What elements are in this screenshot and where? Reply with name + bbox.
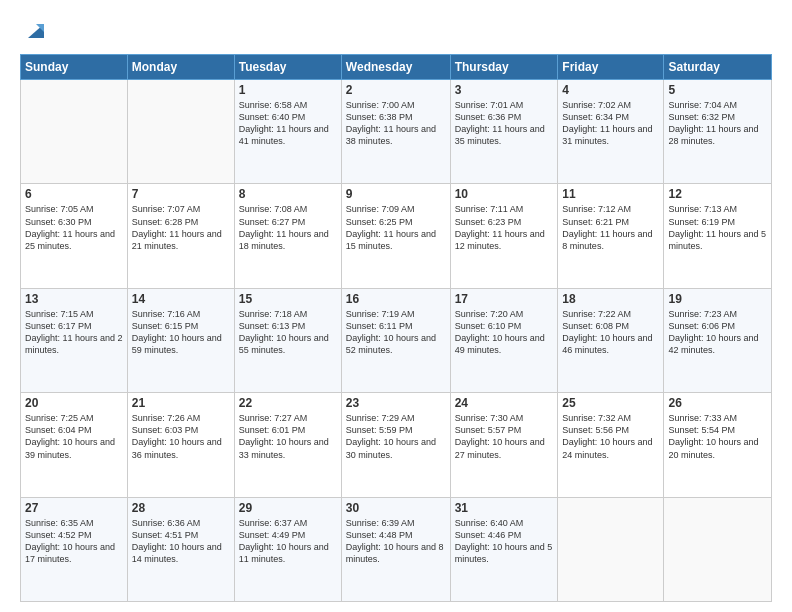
day-number: 17 [455, 292, 554, 306]
logo [20, 16, 50, 44]
weekday-header-sunday: Sunday [21, 55, 128, 80]
day-info: Sunrise: 6:40 AM Sunset: 4:46 PM Dayligh… [455, 517, 554, 566]
day-info: Sunrise: 7:04 AM Sunset: 6:32 PM Dayligh… [668, 99, 767, 148]
day-number: 19 [668, 292, 767, 306]
calendar-cell: 19Sunrise: 7:23 AM Sunset: 6:06 PM Dayli… [664, 288, 772, 392]
day-number: 29 [239, 501, 337, 515]
calendar-cell: 4Sunrise: 7:02 AM Sunset: 6:34 PM Daylig… [558, 80, 664, 184]
day-info: Sunrise: 7:15 AM Sunset: 6:17 PM Dayligh… [25, 308, 123, 357]
calendar-cell: 2Sunrise: 7:00 AM Sunset: 6:38 PM Daylig… [341, 80, 450, 184]
weekday-header-saturday: Saturday [664, 55, 772, 80]
calendar-cell [664, 497, 772, 601]
weekday-header-monday: Monday [127, 55, 234, 80]
day-info: Sunrise: 7:13 AM Sunset: 6:19 PM Dayligh… [668, 203, 767, 252]
logo-icon [22, 16, 50, 44]
calendar-cell: 6Sunrise: 7:05 AM Sunset: 6:30 PM Daylig… [21, 184, 128, 288]
day-number: 15 [239, 292, 337, 306]
day-info: Sunrise: 6:36 AM Sunset: 4:51 PM Dayligh… [132, 517, 230, 566]
day-number: 24 [455, 396, 554, 410]
day-number: 30 [346, 501, 446, 515]
calendar-cell: 3Sunrise: 7:01 AM Sunset: 6:36 PM Daylig… [450, 80, 558, 184]
day-info: Sunrise: 7:23 AM Sunset: 6:06 PM Dayligh… [668, 308, 767, 357]
day-number: 28 [132, 501, 230, 515]
calendar-cell: 20Sunrise: 7:25 AM Sunset: 6:04 PM Dayli… [21, 393, 128, 497]
day-number: 7 [132, 187, 230, 201]
day-number: 26 [668, 396, 767, 410]
calendar-cell: 26Sunrise: 7:33 AM Sunset: 5:54 PM Dayli… [664, 393, 772, 497]
day-number: 31 [455, 501, 554, 515]
day-info: Sunrise: 7:16 AM Sunset: 6:15 PM Dayligh… [132, 308, 230, 357]
day-info: Sunrise: 7:08 AM Sunset: 6:27 PM Dayligh… [239, 203, 337, 252]
day-number: 18 [562, 292, 659, 306]
calendar-cell: 28Sunrise: 6:36 AM Sunset: 4:51 PM Dayli… [127, 497, 234, 601]
day-info: Sunrise: 7:27 AM Sunset: 6:01 PM Dayligh… [239, 412, 337, 461]
day-number: 23 [346, 396, 446, 410]
day-number: 4 [562, 83, 659, 97]
week-row-1: 1Sunrise: 6:58 AM Sunset: 6:40 PM Daylig… [21, 80, 772, 184]
calendar-cell: 11Sunrise: 7:12 AM Sunset: 6:21 PM Dayli… [558, 184, 664, 288]
calendar-cell: 25Sunrise: 7:32 AM Sunset: 5:56 PM Dayli… [558, 393, 664, 497]
day-info: Sunrise: 6:35 AM Sunset: 4:52 PM Dayligh… [25, 517, 123, 566]
calendar-cell: 18Sunrise: 7:22 AM Sunset: 6:08 PM Dayli… [558, 288, 664, 392]
weekday-header-friday: Friday [558, 55, 664, 80]
day-info: Sunrise: 7:25 AM Sunset: 6:04 PM Dayligh… [25, 412, 123, 461]
calendar-cell: 22Sunrise: 7:27 AM Sunset: 6:01 PM Dayli… [234, 393, 341, 497]
day-info: Sunrise: 7:29 AM Sunset: 5:59 PM Dayligh… [346, 412, 446, 461]
day-number: 10 [455, 187, 554, 201]
calendar-cell: 12Sunrise: 7:13 AM Sunset: 6:19 PM Dayli… [664, 184, 772, 288]
day-info: Sunrise: 7:09 AM Sunset: 6:25 PM Dayligh… [346, 203, 446, 252]
calendar-table: SundayMondayTuesdayWednesdayThursdayFrid… [20, 54, 772, 602]
day-number: 5 [668, 83, 767, 97]
calendar-cell: 27Sunrise: 6:35 AM Sunset: 4:52 PM Dayli… [21, 497, 128, 601]
calendar-cell: 17Sunrise: 7:20 AM Sunset: 6:10 PM Dayli… [450, 288, 558, 392]
header [20, 16, 772, 44]
day-info: Sunrise: 7:30 AM Sunset: 5:57 PM Dayligh… [455, 412, 554, 461]
weekday-header-wednesday: Wednesday [341, 55, 450, 80]
day-info: Sunrise: 7:11 AM Sunset: 6:23 PM Dayligh… [455, 203, 554, 252]
day-number: 9 [346, 187, 446, 201]
calendar-cell: 29Sunrise: 6:37 AM Sunset: 4:49 PM Dayli… [234, 497, 341, 601]
calendar-cell [127, 80, 234, 184]
day-number: 21 [132, 396, 230, 410]
day-number: 8 [239, 187, 337, 201]
calendar-cell [21, 80, 128, 184]
calendar-cell: 14Sunrise: 7:16 AM Sunset: 6:15 PM Dayli… [127, 288, 234, 392]
day-info: Sunrise: 7:22 AM Sunset: 6:08 PM Dayligh… [562, 308, 659, 357]
day-info: Sunrise: 7:01 AM Sunset: 6:36 PM Dayligh… [455, 99, 554, 148]
calendar-cell: 9Sunrise: 7:09 AM Sunset: 6:25 PM Daylig… [341, 184, 450, 288]
day-info: Sunrise: 7:18 AM Sunset: 6:13 PM Dayligh… [239, 308, 337, 357]
day-info: Sunrise: 7:12 AM Sunset: 6:21 PM Dayligh… [562, 203, 659, 252]
day-info: Sunrise: 7:02 AM Sunset: 6:34 PM Dayligh… [562, 99, 659, 148]
calendar-cell: 5Sunrise: 7:04 AM Sunset: 6:32 PM Daylig… [664, 80, 772, 184]
weekday-header-tuesday: Tuesday [234, 55, 341, 80]
day-number: 20 [25, 396, 123, 410]
weekday-header-row: SundayMondayTuesdayWednesdayThursdayFrid… [21, 55, 772, 80]
page: SundayMondayTuesdayWednesdayThursdayFrid… [0, 0, 792, 612]
day-number: 22 [239, 396, 337, 410]
day-number: 13 [25, 292, 123, 306]
calendar-cell: 21Sunrise: 7:26 AM Sunset: 6:03 PM Dayli… [127, 393, 234, 497]
day-info: Sunrise: 7:00 AM Sunset: 6:38 PM Dayligh… [346, 99, 446, 148]
day-info: Sunrise: 6:37 AM Sunset: 4:49 PM Dayligh… [239, 517, 337, 566]
calendar-cell: 24Sunrise: 7:30 AM Sunset: 5:57 PM Dayli… [450, 393, 558, 497]
day-info: Sunrise: 7:05 AM Sunset: 6:30 PM Dayligh… [25, 203, 123, 252]
day-info: Sunrise: 6:39 AM Sunset: 4:48 PM Dayligh… [346, 517, 446, 566]
calendar-cell: 23Sunrise: 7:29 AM Sunset: 5:59 PM Dayli… [341, 393, 450, 497]
day-number: 3 [455, 83, 554, 97]
day-number: 1 [239, 83, 337, 97]
day-info: Sunrise: 7:33 AM Sunset: 5:54 PM Dayligh… [668, 412, 767, 461]
day-number: 2 [346, 83, 446, 97]
calendar-cell: 31Sunrise: 6:40 AM Sunset: 4:46 PM Dayli… [450, 497, 558, 601]
day-number: 12 [668, 187, 767, 201]
calendar-cell: 10Sunrise: 7:11 AM Sunset: 6:23 PM Dayli… [450, 184, 558, 288]
week-row-5: 27Sunrise: 6:35 AM Sunset: 4:52 PM Dayli… [21, 497, 772, 601]
day-number: 11 [562, 187, 659, 201]
day-info: Sunrise: 6:58 AM Sunset: 6:40 PM Dayligh… [239, 99, 337, 148]
calendar-cell: 1Sunrise: 6:58 AM Sunset: 6:40 PM Daylig… [234, 80, 341, 184]
day-info: Sunrise: 7:26 AM Sunset: 6:03 PM Dayligh… [132, 412, 230, 461]
calendar-cell: 8Sunrise: 7:08 AM Sunset: 6:27 PM Daylig… [234, 184, 341, 288]
week-row-4: 20Sunrise: 7:25 AM Sunset: 6:04 PM Dayli… [21, 393, 772, 497]
day-number: 14 [132, 292, 230, 306]
weekday-header-thursday: Thursday [450, 55, 558, 80]
day-info: Sunrise: 7:07 AM Sunset: 6:28 PM Dayligh… [132, 203, 230, 252]
